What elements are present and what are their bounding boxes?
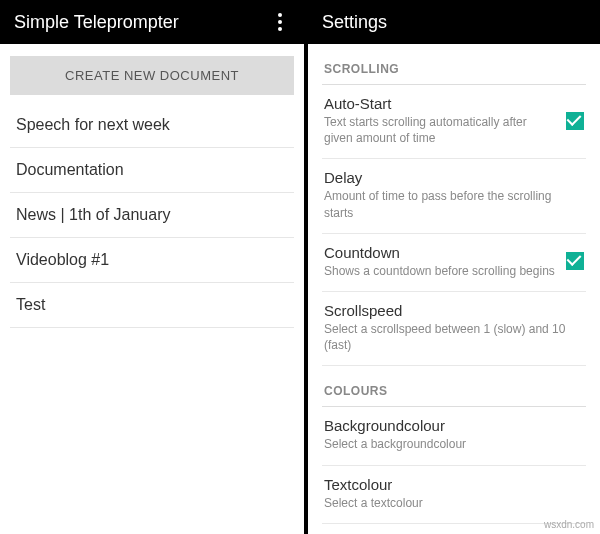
document-list: Speech for next week Documentation News … xyxy=(10,103,294,328)
setting-title: Countdown xyxy=(324,244,556,261)
setting-scrollspeed[interactable]: Scrollspeed Select a scrollspeed between… xyxy=(322,292,586,366)
setting-desc: Text starts scrolling automatically afte… xyxy=(324,114,556,146)
setting-desc: Shows a countdown before scrolling begin… xyxy=(324,263,556,279)
watermark: wsxdn.com xyxy=(544,519,594,530)
settings-content: SCROLLING Auto-Start Text starts scrolli… xyxy=(308,44,600,534)
document-item[interactable]: News | 1th of January xyxy=(10,193,294,238)
checkbox-countdown[interactable] xyxy=(566,252,584,270)
document-item[interactable]: Speech for next week xyxy=(10,103,294,148)
create-document-button[interactable]: CREATE NEW DOCUMENT xyxy=(10,56,294,95)
setting-title: Delay xyxy=(324,169,584,186)
setting-auto-start[interactable]: Auto-Start Text starts scrolling automat… xyxy=(322,85,586,159)
action-bar-left: Simple Teleprompter xyxy=(0,0,304,44)
setting-delay[interactable]: Delay Amount of time to pass before the … xyxy=(322,159,586,233)
setting-desc: Select a backgroundcolour xyxy=(324,436,584,452)
settings-pane: Settings SCROLLING Auto-Start Text start… xyxy=(308,0,600,534)
settings-title: Settings xyxy=(322,12,387,33)
setting-title: Auto-Start xyxy=(324,95,556,112)
documents-content: CREATE NEW DOCUMENT Speech for next week… xyxy=(0,44,304,328)
document-item[interactable]: Videoblog #1 xyxy=(10,238,294,283)
setting-desc: Select a scrollspeed between 1 (slow) an… xyxy=(324,321,584,353)
document-item[interactable]: Documentation xyxy=(10,148,294,193)
app-title: Simple Teleprompter xyxy=(14,12,179,33)
setting-countdown[interactable]: Countdown Shows a countdown before scrol… xyxy=(322,234,586,292)
setting-desc: Select a textcolour xyxy=(324,495,584,511)
action-bar-right: Settings xyxy=(308,0,600,44)
setting-title: Scrollspeed xyxy=(324,302,584,319)
setting-title: Backgroundcolour xyxy=(324,417,584,434)
document-item[interactable]: Test xyxy=(10,283,294,328)
section-header-colours: COLOURS xyxy=(322,366,586,407)
setting-textcolour[interactable]: Textcolour Select a textcolour xyxy=(322,466,586,524)
checkbox-auto-start[interactable] xyxy=(566,112,584,130)
overflow-menu-icon[interactable] xyxy=(270,10,290,34)
setting-title: Textcolour xyxy=(324,476,584,493)
section-header-scrolling: SCROLLING xyxy=(322,44,586,85)
documents-pane: Simple Teleprompter CREATE NEW DOCUMENT … xyxy=(0,0,308,534)
setting-backgroundcolour[interactable]: Backgroundcolour Select a backgroundcolo… xyxy=(322,407,586,465)
setting-desc: Amount of time to pass before the scroll… xyxy=(324,188,584,220)
